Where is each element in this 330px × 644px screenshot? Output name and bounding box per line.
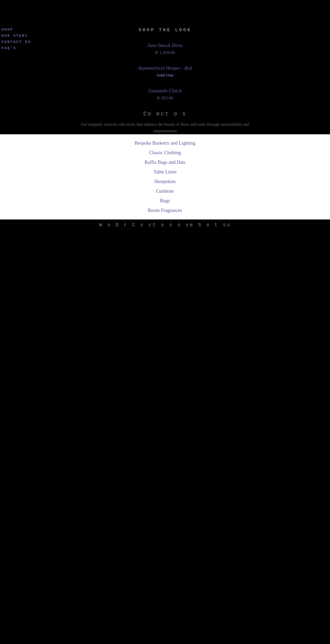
product-item-2: Asymmetrical Hooper - Red Sold Out <box>0 66 330 78</box>
collection-link-cushions[interactable]: Cushions <box>0 187 330 196</box>
shop-the-look-title: SHOP THE LOOK <box>0 27 330 33</box>
product-name-1[interactable]: Sara Smock Dress <box>0 43 330 48</box>
product-price-1: R 1,359.00 <box>0 50 330 55</box>
why-title: W s O r C s ct o s s ve S s t ss <box>0 222 330 228</box>
collections-description: Our uniquely sourced collections that en… <box>79 121 251 134</box>
collections-section: Co ect o s Our uniquely sourced collecti… <box>0 111 330 134</box>
shop-the-look-section: SHOP THE LOOK Sara Smock Dress R 1,359.0… <box>0 0 330 134</box>
product-price-3: R 293.00 <box>0 95 330 101</box>
collection-link-table-linen[interactable]: Table Linen <box>0 167 330 177</box>
collections-title: Co ect o s <box>0 111 330 117</box>
product-sold-out-2: Sold Out <box>0 72 330 78</box>
product-name-2[interactable]: Asymmetrical Hooper - Red <box>0 66 330 71</box>
collection-link-raffia[interactable]: Raffia Bags and Hats <box>0 158 330 167</box>
product-name-3[interactable]: Gunnards Clutch <box>0 88 330 94</box>
collection-link-bespoke[interactable]: Bespoke Basketry and Lighting <box>0 138 330 148</box>
why-section: W s O r C s ct o s s ve S s t ss <box>0 219 330 228</box>
collection-link-sheepskins[interactable]: Sheepskins <box>0 177 330 187</box>
product-item-3: Gunnards Clutch R 293.00 <box>0 88 330 101</box>
collection-link-classic[interactable]: Classic Clothing <box>0 148 330 158</box>
collection-link-room-fragrances[interactable]: Room Fragrances <box>0 206 330 215</box>
collections-list-overlay: Bespoke Basketry and Lighting Classic Cl… <box>0 134 330 219</box>
page-filler <box>0 228 330 644</box>
product-item-1: Sara Smock Dress R 1,359.00 <box>0 43 330 55</box>
collection-link-rugs[interactable]: Rugs <box>0 196 330 206</box>
